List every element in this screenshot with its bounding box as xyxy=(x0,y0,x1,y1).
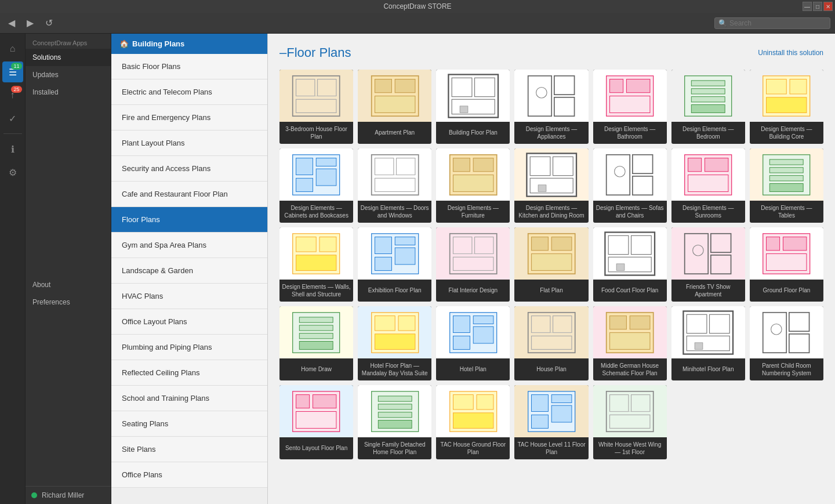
category-seating[interactable]: Seating Plans xyxy=(111,411,267,437)
category-plant-layout[interactable]: Plant Layout Plans xyxy=(111,130,267,156)
card-thumbnail xyxy=(436,306,510,358)
card-item[interactable]: Single Family Detached Home Floor Plan xyxy=(358,385,431,459)
svg-rect-146 xyxy=(631,394,649,411)
card-label: TAC House Level 11 Floor Plan xyxy=(514,437,588,459)
forward-button[interactable]: ▶ xyxy=(23,15,37,31)
card-item[interactable]: Design Elements — Walls, Shell and Struc… xyxy=(279,227,353,302)
category-office-layout[interactable]: Office Layout Plans xyxy=(111,309,267,335)
card-thumbnail xyxy=(593,306,667,358)
card-thumbnail xyxy=(358,227,431,280)
category-fire-emergency[interactable]: Fire and Emergency Plans xyxy=(111,105,267,130)
category-landscape-garden[interactable]: Landscape & Garden xyxy=(111,258,267,284)
card-item[interactable]: Design Elements — Appliances xyxy=(514,70,588,144)
card-item[interactable]: Home Draw xyxy=(279,306,353,380)
card-item[interactable]: 3-Bedroom House Floor Plan xyxy=(279,70,353,144)
card-item[interactable]: Food Court Floor Plan xyxy=(593,227,667,302)
card-item[interactable]: Sento Layout Floor Plan xyxy=(279,385,353,459)
card-item[interactable]: Design Elements — Building Core xyxy=(750,70,823,144)
card-label: Friends TV Show Apartment xyxy=(671,280,745,302)
svg-rect-13 xyxy=(460,106,468,113)
nav-preferences[interactable]: Preferences xyxy=(26,293,111,311)
card-item[interactable]: Middle German House Schematic Floor Plan xyxy=(593,306,667,380)
card-item[interactable]: TAC House Level 11 Floor Plan xyxy=(514,385,588,459)
card-item[interactable]: Design Elements — Furniture xyxy=(436,148,510,223)
card-thumbnail xyxy=(514,70,588,122)
card-item[interactable]: Design Elements — Sofas and Chairs xyxy=(593,148,667,223)
category-security-access[interactable]: Security and Access Plans xyxy=(111,156,267,182)
card-item[interactable]: Design Elements — Doors and Windows xyxy=(358,148,431,223)
card-item[interactable]: Parent Child Room Numbering System xyxy=(750,306,823,380)
close-button[interactable]: ✕ xyxy=(823,2,833,11)
search-input[interactable] xyxy=(729,19,826,27)
iconbar-installed[interactable]: ✓ xyxy=(2,108,23,129)
category-reflected-ceiling[interactable]: Reflected Ceiling Plans xyxy=(111,360,267,386)
card-item[interactable]: White House West Wing — 1st Floor xyxy=(593,385,667,459)
category-electric-telecom[interactable]: Electric and Telecom Plans xyxy=(111,79,267,105)
card-item[interactable]: Hotel Plan xyxy=(436,306,510,380)
category-gym-spa[interactable]: Gym and Spa Area Plans xyxy=(111,233,267,258)
category-plumbing-piping[interactable]: Plumbing and Piping Plans xyxy=(111,335,267,360)
card-item[interactable]: Design Elements — Kitchen and Dining Roo… xyxy=(514,148,588,223)
svg-rect-8 xyxy=(375,96,415,113)
svg-rect-102 xyxy=(375,333,415,349)
card-item[interactable]: Design Elements — Bathroom xyxy=(593,70,667,144)
iconbar-updates[interactable]: ↑ 25 xyxy=(2,85,23,106)
card-item[interactable]: Apartment Plan xyxy=(358,70,431,144)
category-school-training[interactable]: School and Training Plans xyxy=(111,386,267,411)
card-label: Hotel Floor Plan — Mandalay Bay Vista Su… xyxy=(358,358,431,380)
card-label: Sento Layout Floor Plan xyxy=(279,437,353,458)
nav-installed[interactable]: Installed xyxy=(26,84,111,101)
category-hvac[interactable]: HVAC Plans xyxy=(111,284,267,309)
card-item[interactable]: Exhibition Floor Plan xyxy=(358,227,431,302)
category-cafe-restaurant[interactable]: Cafe and Restaurant Floor Plan xyxy=(111,182,267,207)
card-item[interactable]: Hotel Floor Plan — Mandalay Bay Vista Su… xyxy=(358,306,431,380)
card-item[interactable]: TAC House Ground Floor Plan xyxy=(436,385,510,459)
search-icon: 🔍 xyxy=(718,19,727,27)
card-item[interactable]: Friends TV Show Apartment xyxy=(671,227,745,302)
card-item[interactable]: Ground Floor Plan xyxy=(750,227,823,302)
card-item[interactable]: House Plan xyxy=(514,306,588,380)
svg-rect-19 xyxy=(609,79,623,92)
svg-rect-124 xyxy=(789,333,809,352)
card-item[interactable]: Design Elements — Sunrooms xyxy=(671,148,745,223)
card-label: Single Family Detached Home Floor Plan xyxy=(358,437,431,459)
minimize-button[interactable]: — xyxy=(803,2,812,11)
iconbar-preferences[interactable]: ⚙ xyxy=(2,162,23,183)
card-label: Design Elements — Bathroom xyxy=(593,122,667,144)
maximize-button[interactable]: □ xyxy=(813,2,822,11)
refresh-button[interactable]: ↺ xyxy=(42,15,56,31)
category-office-plans[interactable]: Office Plans xyxy=(111,462,267,488)
category-basic-floor-plans[interactable]: Basic Floor Plans xyxy=(111,54,267,79)
nav-updates[interactable]: Updates xyxy=(26,66,111,84)
svg-rect-69 xyxy=(395,237,415,245)
card-item[interactable]: Design Elements — Tables xyxy=(750,148,823,223)
card-item[interactable]: Design Elements — Bedroom xyxy=(671,70,745,144)
iconbar-home[interactable]: ⌂ xyxy=(2,38,23,59)
svg-rect-147 xyxy=(609,415,649,428)
iconbar-about[interactable]: ℹ xyxy=(2,139,23,159)
iconbar-solutions[interactable]: ☰ 11 xyxy=(2,61,23,82)
svg-rect-107 xyxy=(453,336,470,349)
nav-about[interactable]: About xyxy=(26,276,111,293)
card-thumbnail xyxy=(279,148,353,201)
card-item[interactable]: Minihotel Floor Plan xyxy=(671,306,745,380)
nav-solutions[interactable]: Solutions xyxy=(26,49,111,66)
category-floor-plans[interactable]: Floor Plans xyxy=(111,207,267,233)
window-controls[interactable]: — □ ✕ xyxy=(803,2,833,11)
svg-rect-39 xyxy=(375,178,415,191)
card-item[interactable]: Flat Plan xyxy=(514,227,588,302)
svg-rect-45 xyxy=(527,153,576,196)
card-item[interactable]: Design Elements — Cabinets and Bookcases xyxy=(279,148,353,223)
card-thumbnail xyxy=(514,385,588,437)
card-label: Design Elements — Furniture xyxy=(436,201,510,223)
content-area: –Floor Plans Uninstall this solution 3-B… xyxy=(268,34,835,504)
card-label: TAC House Ground Floor Plan xyxy=(436,437,510,459)
category-site-plans[interactable]: Site Plans xyxy=(111,437,267,462)
back-button[interactable]: ◀ xyxy=(5,15,19,31)
main-layout: ⌂ ☰ 11 ↑ 25 ✓ ℹ ⚙ ConceptDraw Apps Solut… xyxy=(0,34,835,504)
uninstall-link[interactable]: Uninstall this solution xyxy=(758,49,823,57)
category-panel: 🏠 Building Plans Basic Floor Plans Elect… xyxy=(111,34,268,504)
card-item[interactable]: Building Floor Plan xyxy=(436,70,510,144)
card-item[interactable]: Flat Interior Design xyxy=(436,227,510,302)
nav-conceptdraw-apps[interactable]: ConceptDraw Apps xyxy=(26,34,111,49)
